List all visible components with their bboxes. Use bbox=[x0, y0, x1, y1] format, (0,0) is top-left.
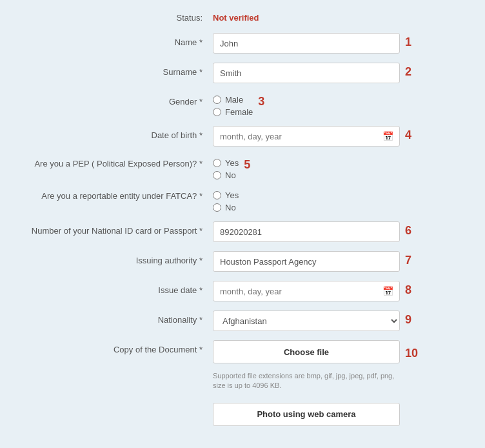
issuing-authority-field: 7 bbox=[213, 251, 466, 272]
nationality-row: Nationality * Afghanistan Albania Algeri… bbox=[19, 311, 466, 331]
name-label: Name * bbox=[19, 33, 213, 48]
webcam-button[interactable]: Photo using web camera bbox=[213, 403, 400, 426]
pep-yes-option[interactable]: Yes bbox=[213, 158, 239, 168]
pep-yes-label: Yes bbox=[225, 158, 239, 168]
passport-input[interactable] bbox=[213, 221, 400, 242]
fatca-yes-option[interactable]: Yes bbox=[213, 190, 239, 200]
kyc-form: Status: Not verified Name * 1 Surname * … bbox=[0, 0, 485, 448]
nationality-select[interactable]: Afghanistan Albania Algeria Other bbox=[213, 311, 400, 331]
gender-male-label: Male bbox=[225, 95, 243, 105]
pep-no-radio[interactable] bbox=[213, 171, 221, 179]
issuing-authority-row: Issuing authority * 7 bbox=[19, 251, 466, 272]
pep-no-label: No bbox=[225, 170, 236, 180]
step-7: 7 bbox=[405, 251, 421, 267]
gender-male-radio[interactable] bbox=[213, 96, 221, 104]
step-6: 6 bbox=[405, 221, 421, 238]
nationality-field: Afghanistan Albania Algeria Other 9 bbox=[213, 311, 466, 331]
gender-male-option[interactable]: Male bbox=[213, 95, 253, 105]
gender-radio-group: Male Female bbox=[213, 92, 253, 117]
passport-row: Number of your National ID card or Passp… bbox=[19, 221, 466, 242]
copy-doc-label: Copy of the Document * bbox=[19, 340, 213, 356]
fatca-yes-radio[interactable] bbox=[213, 191, 221, 199]
copy-doc-field: Choose file 10 Supported file extensions… bbox=[213, 340, 466, 426]
issue-date-input-wrapper: 📅 bbox=[213, 281, 400, 301]
step-2: 2 bbox=[405, 63, 421, 79]
pep-yes-radio[interactable] bbox=[213, 159, 221, 167]
issue-date-row: Issue date * 📅 8 bbox=[19, 281, 466, 301]
surname-label: Surname * bbox=[19, 63, 213, 78]
gender-field: Male Female 3 bbox=[213, 92, 466, 117]
surname-input[interactable] bbox=[213, 63, 400, 83]
name-row: Name * 1 bbox=[19, 33, 466, 54]
fatca-yes-label: Yes bbox=[225, 190, 239, 200]
gender-female-option[interactable]: Female bbox=[213, 107, 253, 117]
step-3: 3 bbox=[258, 92, 273, 108]
file-hint: Supported file extensions are bmp, gif, … bbox=[213, 371, 400, 391]
dob-input-wrapper: 📅 bbox=[213, 126, 400, 147]
step-8: 8 bbox=[405, 281, 421, 297]
issuing-authority-label: Issuing authority * bbox=[19, 251, 213, 267]
pep-no-option[interactable]: No bbox=[213, 170, 239, 180]
pep-label: Are you a PEP ( Political Exposed Person… bbox=[19, 158, 203, 170]
status-row: Status: Not verified bbox=[19, 13, 466, 23]
copy-doc-row: Copy of the Document * Choose file 10 Su… bbox=[19, 340, 466, 426]
dob-field: 📅 4 bbox=[213, 126, 466, 147]
status-label: Status: bbox=[19, 13, 213, 23]
pep-fatca-row: Are you a PEP ( Political Exposed Person… bbox=[19, 156, 466, 212]
fatca-no-option[interactable]: No bbox=[213, 203, 239, 212]
gender-row: Gender * Male Female 3 bbox=[19, 92, 466, 117]
dob-label: Date of birth * bbox=[19, 126, 213, 141]
gender-female-label: Female bbox=[225, 107, 253, 117]
step-4: 4 bbox=[405, 126, 421, 142]
gender-label: Gender * bbox=[19, 92, 213, 108]
step-9: 9 bbox=[405, 311, 421, 327]
passport-label: Number of your National ID card or Passp… bbox=[19, 221, 213, 237]
nationality-label: Nationality * bbox=[19, 311, 213, 326]
fatca-no-radio[interactable] bbox=[213, 203, 221, 212]
name-input[interactable] bbox=[213, 33, 400, 54]
name-field: 1 bbox=[213, 33, 466, 54]
dob-row: Date of birth * 📅 4 bbox=[19, 126, 466, 147]
choose-file-button[interactable]: Choose file bbox=[213, 340, 400, 363]
step-1: 1 bbox=[405, 33, 421, 49]
issue-date-input[interactable] bbox=[213, 281, 400, 301]
pep-fatca-field: Yes No 5 Yes No bbox=[213, 156, 466, 212]
passport-field: 6 bbox=[213, 221, 466, 242]
pep-radio-group: Yes No bbox=[213, 156, 239, 180]
dob-input[interactable] bbox=[213, 126, 400, 147]
surname-row: Surname * 2 bbox=[19, 63, 466, 83]
issue-date-label: Issue date * bbox=[19, 281, 213, 296]
gender-female-radio[interactable] bbox=[213, 108, 221, 116]
issuing-authority-input[interactable] bbox=[213, 251, 400, 272]
fatca-label: Are you a reportable entity under FATCA?… bbox=[19, 190, 203, 202]
step-5: 5 bbox=[244, 156, 259, 172]
status-value: Not verified bbox=[213, 13, 259, 23]
step-10: 10 bbox=[405, 344, 421, 360]
surname-field: 2 bbox=[213, 63, 466, 83]
issue-date-field: 📅 8 bbox=[213, 281, 466, 301]
fatca-no-label: No bbox=[225, 203, 236, 212]
fatca-radio-group: Yes No bbox=[213, 188, 239, 212]
